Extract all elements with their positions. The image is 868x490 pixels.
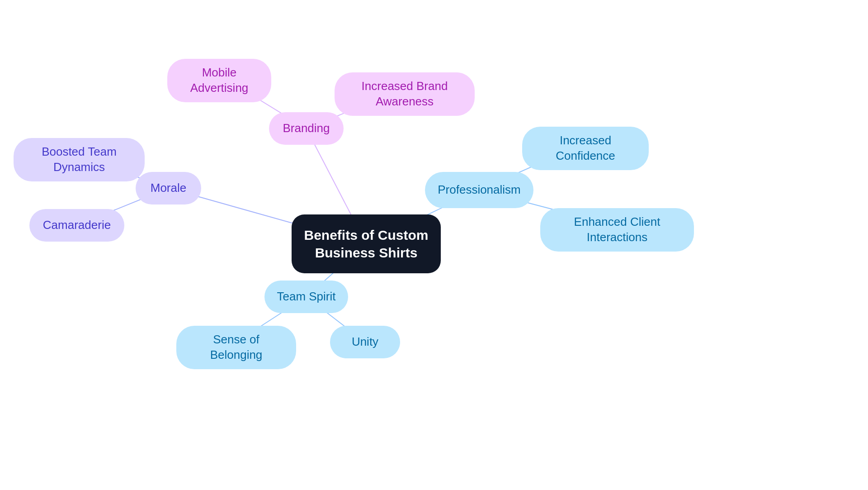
mobile-advertising-node: Mobile Advertising [167, 59, 271, 102]
sense-of-belonging-node: Sense of Belonging [176, 326, 296, 369]
morale-node: Morale [136, 172, 201, 205]
center-node: Benefits of Custom Business Shirts [292, 214, 441, 273]
increased-brand-awareness-node: Increased Brand Awareness [335, 72, 475, 116]
enhanced-client-interactions-node: Enhanced Client Interactions [540, 208, 694, 252]
team-spirit-node: Team Spirit [264, 281, 348, 313]
increased-confidence-node: Increased Confidence [522, 127, 649, 170]
camaraderie-node: Camaraderie [29, 209, 124, 242]
unity-node: Unity [330, 326, 400, 358]
boosted-team-dynamics-node: Boosted Team Dynamics [14, 138, 145, 181]
branding-node: Branding [269, 112, 344, 145]
professionalism-node: Professionalism [425, 172, 533, 208]
